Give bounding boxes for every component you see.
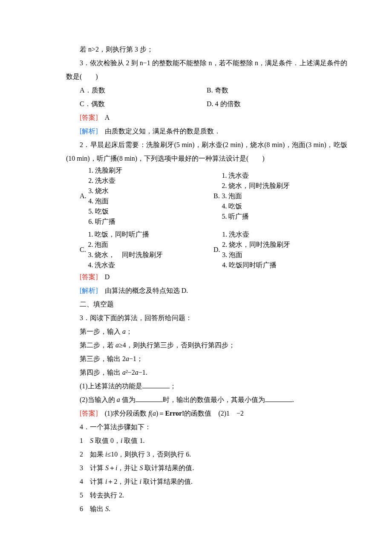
t: 3 计算: [80, 464, 105, 471]
q4-stem: 4．一个算法步骤如下：: [66, 420, 347, 434]
t: 时，输出的数值最小，其最小值为: [163, 396, 265, 403]
t: (1)求分段函数: [98, 410, 149, 417]
t: (2)当输入的: [80, 396, 117, 403]
var-a: a: [153, 410, 156, 417]
q1-step3: 3．依次检验从 2 到 n−1 的整数能不能整除 n，若不能整除 n，满足条件．…: [66, 56, 347, 84]
q2-row-cd: C. 1. 吃饭，同时听广播 2. 泡面 3. 烧水， 同时洗脸刷牙 4. 洗水…: [80, 229, 347, 270]
q2-answer: [答案] D: [66, 270, 347, 284]
q3-answer: [答案] (1)求分段函数 f(a)＝Error!的函数值 (2)1 −2: [66, 407, 347, 420]
text: 二、填空题: [80, 301, 114, 308]
q4-step1: 1 S 取值 0，i 取值 1.: [66, 434, 347, 448]
t: 5 转去执行 2.: [80, 491, 124, 499]
text: C．偶数: [80, 100, 105, 107]
t: )＝: [156, 410, 165, 417]
text: 4．一个算法步骤如下：: [80, 423, 151, 431]
answer-text: A: [98, 114, 110, 121]
var-s: S: [105, 505, 109, 512]
q2-explain: [解析] 由算法的概念及特点知选 D.: [66, 284, 347, 298]
t: 取值 1.: [122, 437, 144, 444]
text: 2．早晨起床后需要：洗脸刷牙(5 min)，刷水壶(2 min)，烧水(8 mi…: [66, 141, 347, 162]
t: 第四步，输出: [80, 369, 122, 376]
t: 值为: [120, 396, 135, 403]
q4-step4: 4 计算 i＋2，并让 i 取计算结果的值.: [66, 475, 347, 489]
t: .: [109, 505, 110, 512]
q1-explain: [解析] 由质数定义知，满足条件的数是质数．: [66, 124, 347, 138]
q3-blank1: (1)上述算法的功能是；: [66, 379, 347, 393]
explain-text: 由质数定义知，满足条件的数是质数．: [98, 127, 221, 135]
steps: 1. 洗水壶 2. 烧水，同时洗脸刷牙 3. 泡面 4. 吃饭同时听广播: [222, 229, 290, 270]
t: 2 如果: [80, 451, 105, 458]
section-2-title: 二、填空题: [66, 298, 347, 311]
q4-step6: 6 输出 S.: [66, 502, 347, 516]
explain-label: [解析]: [80, 127, 98, 135]
q3-step3: 第三步，输出 2a−1；: [66, 352, 347, 366]
t: ；: [126, 328, 133, 335]
q3-blank2: (2)当输入的 a 值为时，输出的数值最小，其最小值为.: [66, 393, 347, 407]
answer-label: [答案]: [80, 410, 98, 417]
q1-choice-a: A．质数: [66, 84, 207, 97]
t: 第二步，若: [80, 341, 115, 349]
answer-label: [答案]: [80, 273, 98, 280]
text: B. 奇数: [207, 87, 228, 94]
q2-choice-b: B. 1. 洗水壶 2. 烧水，同时洗脸刷牙 3. 泡面 4. 吃饭 5. 听广…: [213, 165, 347, 227]
t: −1.: [138, 369, 147, 376]
t: 取计算结果的值.: [141, 478, 193, 485]
t: 取计算结果的值.: [143, 464, 194, 471]
t: −1；: [129, 355, 143, 362]
t: 取值 0，: [93, 437, 121, 444]
label: A.: [80, 191, 86, 201]
answer-text: D: [98, 273, 110, 280]
q3-step1: 第一步，输入 a；: [66, 325, 347, 338]
steps: 1. 洗水壶 2. 烧水，同时洗脸刷牙 3. 泡面 4. 吃饭 5. 听广播: [222, 171, 290, 222]
q1-choice-b: B. 奇数: [207, 84, 347, 97]
q1-choice-d: D. 4 的倍数: [207, 97, 347, 111]
error-text: Error!: [165, 410, 184, 417]
q1-pre-line: 若 n>2，则执行第 3 步；: [66, 43, 347, 56]
q3-step4: 第四步，输出 a²−2a−1.: [66, 366, 347, 379]
q1-choice-c: C．偶数: [66, 97, 207, 111]
text: 3．依次检验从 2 到 n−1 的整数能不能整除 n，若不能整除 n，满足条件．…: [66, 59, 347, 80]
q2-choice-a: A. 1. 洗脸刷牙 2. 洗水壶 3. 烧水 4. 泡面 5. 吃饭 6. 听…: [80, 165, 213, 227]
q2-choice-c: C. 1. 吃饭，同时听广播 2. 泡面 3. 烧水， 同时洗脸刷牙 4. 洗水…: [80, 229, 213, 270]
var-a: a: [126, 355, 129, 362]
q2-choice-d: D. 1. 洗水壶 2. 烧水，同时洗脸刷牙 3. 泡面 4. 吃饭同时听广播: [213, 229, 347, 270]
answer-label: [答案]: [80, 114, 98, 121]
t: ，并让: [117, 464, 139, 471]
t: 的函数值 (2)1 −2: [184, 410, 244, 417]
var-s: S: [105, 464, 109, 471]
t: ＋: [109, 464, 115, 471]
text: 3．阅读下面的算法，回答所给问题：: [80, 314, 192, 321]
t: 第一步，输入: [80, 328, 122, 335]
text: 若 n>2，则执行第 3 步；: [80, 46, 153, 53]
q2-row-ab: A. 1. 洗脸刷牙 2. 洗水壶 3. 烧水 4. 泡面 5. 吃饭 6. 听…: [80, 165, 347, 227]
q3-stem: 3．阅读下面的算法，回答所给问题：: [66, 311, 347, 325]
t: ≤10，则执行 3，否则执行 6.: [107, 451, 191, 458]
q1-choices-row1: A．质数 B. 奇数: [66, 84, 347, 97]
q1-answer: [答案] A: [66, 111, 347, 124]
explain-text: 由算法的概念及特点知选 D.: [98, 287, 188, 294]
t: ＋2，并让: [107, 478, 139, 485]
t: ；: [170, 382, 176, 390]
t: ≥4，则执行第三步，否则执行第四步；: [119, 341, 235, 349]
var-a: a: [122, 369, 126, 376]
label: D.: [213, 245, 220, 255]
q4-step5: 5 转去执行 2.: [66, 489, 347, 502]
label: B.: [213, 191, 220, 201]
var-a: a: [115, 341, 119, 349]
var-a: a: [117, 396, 120, 403]
label: C.: [80, 245, 86, 255]
q4-step2: 2 如果 i≤10，则执行 3，否则执行 6.: [66, 448, 347, 461]
t: ²−2: [126, 369, 135, 376]
blank: [135, 395, 163, 402]
t: 1: [80, 437, 90, 444]
q1-choices-row2: C．偶数 D. 4 的倍数: [66, 97, 347, 111]
q4-step3: 3 计算 S＋i，并让 S 取计算结果的值.: [66, 461, 347, 475]
var-a: a: [122, 328, 126, 335]
blank: [142, 381, 170, 388]
t: 6 输出: [80, 505, 105, 512]
steps: 1. 吃饭，同时听广播 2. 泡面 3. 烧水， 同时洗脸刷牙 4. 洗水壶: [88, 229, 163, 270]
var-s: S: [90, 437, 93, 444]
t: .: [292, 396, 294, 403]
explain-label: [解析]: [80, 287, 98, 294]
text: A．质数: [80, 87, 105, 94]
